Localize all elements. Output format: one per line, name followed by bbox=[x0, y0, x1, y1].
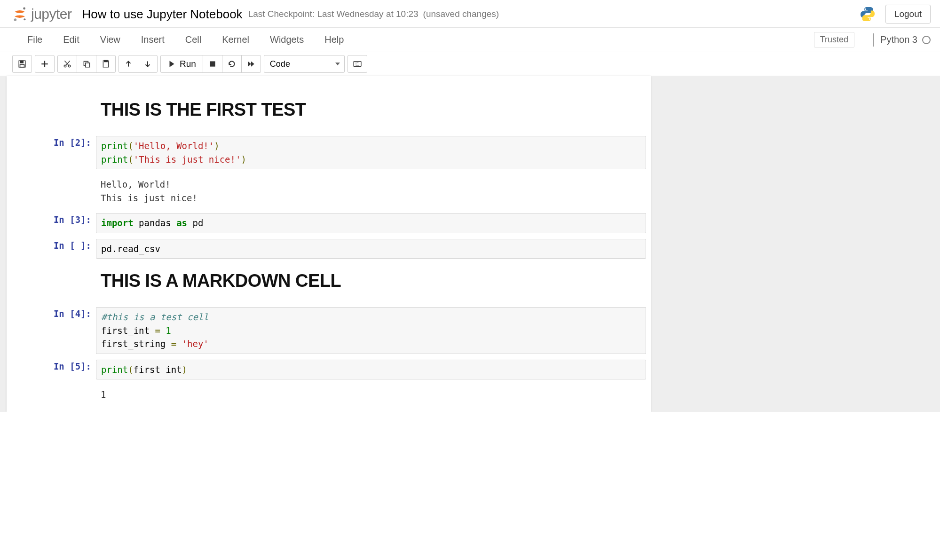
svg-point-2 bbox=[24, 18, 25, 20]
insert-cell-below-button[interactable] bbox=[35, 55, 55, 73]
logout-button[interactable]: Logout bbox=[885, 5, 931, 24]
markdown-cell[interactable]: THIS IS A MARKDOWN CELL bbox=[7, 261, 651, 304]
output-row: Hello, World! This is just nice! bbox=[7, 172, 651, 210]
menu-view[interactable]: View bbox=[90, 30, 131, 50]
interrupt-button[interactable] bbox=[203, 55, 222, 73]
code-input[interactable]: print(first_int) bbox=[96, 360, 646, 380]
markdown-cell[interactable]: THIS IS THE FIRST TEST bbox=[7, 90, 651, 133]
menu-widgets[interactable]: Widgets bbox=[260, 30, 314, 50]
command-palette-button[interactable] bbox=[348, 55, 367, 73]
restart-icon bbox=[228, 60, 236, 68]
svg-point-0 bbox=[23, 8, 25, 10]
code-input[interactable]: print('Hello, World!')print('This is jus… bbox=[96, 136, 646, 169]
menubar: FileEditViewInsertCellKernelWidgetsHelp … bbox=[0, 28, 940, 52]
svg-rect-4 bbox=[21, 61, 24, 63]
menu-edit[interactable]: Edit bbox=[53, 30, 89, 50]
output-prompt bbox=[7, 385, 96, 404]
arrow-down-icon bbox=[143, 60, 152, 68]
input-prompt: In [2]: bbox=[7, 136, 96, 169]
keyboard-icon bbox=[353, 60, 362, 68]
svg-marker-21 bbox=[251, 61, 254, 66]
output-row: 1 bbox=[7, 382, 651, 407]
svg-marker-20 bbox=[248, 61, 251, 66]
jupyter-logo-text: jupyter bbox=[31, 6, 72, 22]
input-prompt: In [3]: bbox=[7, 213, 96, 233]
markdown-heading: THIS IS THE FIRST TEST bbox=[101, 100, 646, 120]
checkpoint-text: Last Checkpoint: Last Wednesday at 10:23 bbox=[248, 9, 419, 19]
jupyter-logo-icon bbox=[12, 7, 27, 22]
kernel-status-icon[interactable] bbox=[922, 36, 931, 44]
menu-insert[interactable]: Insert bbox=[131, 30, 175, 50]
cut-icon bbox=[63, 60, 71, 68]
input-prompt: In [ ]: bbox=[7, 239, 96, 259]
svg-point-1 bbox=[14, 18, 17, 21]
copy-button[interactable] bbox=[77, 55, 96, 73]
save-icon bbox=[18, 60, 26, 68]
code-cell[interactable]: In [2]:print('Hello, World!')print('This… bbox=[7, 133, 651, 172]
notebook-container: THIS IS THE FIRST TESTIn [2]:print('Hell… bbox=[7, 76, 651, 412]
fast-forward-icon bbox=[247, 60, 255, 68]
code-cell[interactable]: In [5]:print(first_int) bbox=[7, 357, 651, 383]
jupyter-logo[interactable]: jupyter bbox=[12, 6, 72, 22]
unsaved-indicator: (unsaved changes) bbox=[423, 9, 499, 19]
code-input[interactable]: #this is a test cellfirst_int = 1first_s… bbox=[96, 307, 646, 354]
run-button-label: Run bbox=[180, 59, 196, 69]
toolbar: Run CodeMarkdownRaw NBConvertHeading bbox=[0, 52, 940, 76]
stop-icon bbox=[208, 60, 217, 68]
paste-button[interactable] bbox=[96, 55, 116, 73]
svg-rect-22 bbox=[354, 62, 361, 67]
restart-button[interactable] bbox=[222, 55, 242, 73]
svg-rect-5 bbox=[20, 64, 24, 67]
markdown-heading: THIS IS A MARKDOWN CELL bbox=[101, 271, 646, 291]
menu-cell[interactable]: Cell bbox=[175, 30, 212, 50]
play-icon bbox=[167, 60, 176, 68]
copy-icon bbox=[82, 60, 91, 68]
menu-file[interactable]: File bbox=[17, 30, 53, 50]
input-prompt: In [4]: bbox=[7, 307, 96, 354]
run-button[interactable]: Run bbox=[160, 55, 203, 73]
code-cell[interactable]: In [4]:#this is a test cellfirst_int = 1… bbox=[7, 304, 651, 357]
menu-kernel[interactable]: Kernel bbox=[212, 30, 260, 50]
input-prompt: In [5]: bbox=[7, 360, 96, 380]
menu-help[interactable]: Help bbox=[314, 30, 354, 50]
notebook-area: THIS IS THE FIRST TESTIn [2]:print('Hell… bbox=[0, 76, 940, 412]
celltype-select[interactable]: CodeMarkdownRaw NBConvertHeading bbox=[264, 55, 345, 73]
svg-marker-18 bbox=[170, 61, 174, 67]
output-text: 1 bbox=[96, 385, 646, 404]
code-input[interactable]: import pandas as pd bbox=[96, 213, 646, 233]
notebook-title[interactable]: How to use Jupyter Notebook bbox=[82, 7, 243, 22]
svg-rect-15 bbox=[104, 60, 108, 62]
save-button[interactable] bbox=[12, 55, 32, 73]
code-input[interactable]: pd.read_csv bbox=[96, 239, 646, 259]
move-down-button[interactable] bbox=[138, 55, 158, 73]
move-up-button[interactable] bbox=[118, 55, 138, 73]
cut-button[interactable] bbox=[57, 55, 77, 73]
python-logo-icon bbox=[859, 6, 876, 23]
code-cell[interactable]: In [3]:import pandas as pd bbox=[7, 210, 651, 236]
arrow-up-icon bbox=[124, 60, 133, 68]
svg-rect-13 bbox=[86, 63, 90, 67]
kernel-name[interactable]: Python 3 bbox=[880, 34, 917, 45]
restart-run-all-button[interactable] bbox=[241, 55, 261, 73]
header-bar: jupyter How to use Jupyter Notebook Last… bbox=[0, 0, 940, 28]
trusted-indicator[interactable]: Trusted bbox=[814, 32, 854, 47]
svg-rect-19 bbox=[210, 61, 215, 66]
paste-icon bbox=[102, 60, 110, 68]
output-text: Hello, World! This is just nice! bbox=[96, 175, 646, 207]
kernel-divider bbox=[873, 33, 874, 47]
code-cell[interactable]: In [ ]:pd.read_csv bbox=[7, 236, 651, 262]
output-prompt bbox=[7, 175, 96, 207]
plus-icon bbox=[40, 60, 49, 68]
